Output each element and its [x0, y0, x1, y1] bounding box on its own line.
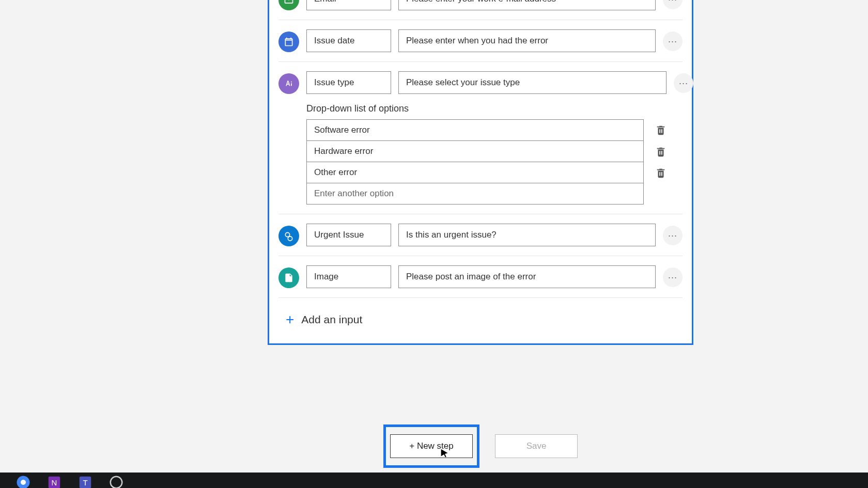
input-desc-urgent[interactable]: Is this an urgent issue?: [398, 224, 656, 246]
text-icon: [278, 73, 299, 94]
input-desc-email[interactable]: Please enter your work e-mail address: [398, 0, 656, 10]
input-row-email: Email Please enter your work e-mail addr…: [278, 0, 683, 20]
input-label-image[interactable]: Image: [306, 265, 391, 288]
more-menu-email[interactable]: ···: [663, 0, 683, 9]
more-menu-image[interactable]: ···: [663, 267, 683, 287]
svg-point-1: [21, 480, 26, 485]
input-label-type[interactable]: Issue type: [306, 71, 391, 94]
input-label-email[interactable]: Email: [306, 0, 391, 10]
more-menu-type[interactable]: ···: [674, 73, 693, 93]
teams-icon[interactable]: T: [78, 477, 93, 488]
input-label-date[interactable]: Issue date: [306, 29, 391, 52]
delete-option-0[interactable]: [655, 124, 667, 136]
svg-text:N: N: [52, 478, 57, 487]
dropdown-option-new[interactable]: Enter another option: [306, 183, 644, 204]
app-icon[interactable]: [109, 477, 124, 488]
input-desc-type[interactable]: Please select your issue type: [398, 71, 667, 94]
more-menu-urgent[interactable]: ···: [663, 226, 683, 245]
save-button[interactable]: Save: [495, 434, 578, 458]
flow-trigger-card: Email Please enter your work e-mail addr…: [268, 0, 693, 345]
svg-point-6: [111, 477, 122, 488]
delete-option-1[interactable]: [655, 146, 667, 158]
dropdown-option-0[interactable]: Software error: [306, 119, 644, 141]
new-step-button[interactable]: + New step: [390, 434, 473, 458]
input-desc-date[interactable]: Please enter when you had the error: [398, 29, 656, 52]
file-icon: [278, 267, 299, 288]
plus-icon: +: [286, 311, 294, 328]
delete-option-2[interactable]: [655, 167, 667, 179]
dropdown-option-1[interactable]: Hardware error: [306, 140, 644, 162]
input-label-urgent[interactable]: Urgent Issue: [306, 224, 391, 246]
email-icon: [278, 0, 299, 10]
input-desc-image[interactable]: Please post an image of the error: [398, 265, 656, 288]
input-row-urgent: Urgent Issue Is this an urgent issue? ··…: [278, 214, 683, 256]
input-row-image: Image Please post an image of the error …: [278, 256, 683, 297]
windows-taskbar: N T: [0, 473, 868, 488]
svg-text:T: T: [83, 478, 87, 487]
action-buttons: + New step Save: [268, 424, 693, 468]
add-input-label: Add an input: [301, 313, 362, 326]
more-menu-date[interactable]: ···: [663, 32, 683, 51]
new-step-highlight: + New step: [383, 424, 479, 468]
calendar-icon: [278, 32, 299, 52]
input-row-date: Issue date Please enter when you had the…: [278, 20, 683, 62]
onenote-icon[interactable]: N: [47, 477, 62, 488]
yesno-icon: [278, 226, 299, 246]
dropdown-options-title: Drop-down list of options: [306, 103, 667, 114]
input-row-type: Issue type Please select your issue type…: [278, 62, 683, 214]
dropdown-option-2[interactable]: Other error: [306, 162, 644, 183]
chrome-icon[interactable]: [16, 477, 31, 488]
add-input-button[interactable]: + Add an input: [269, 298, 692, 343]
